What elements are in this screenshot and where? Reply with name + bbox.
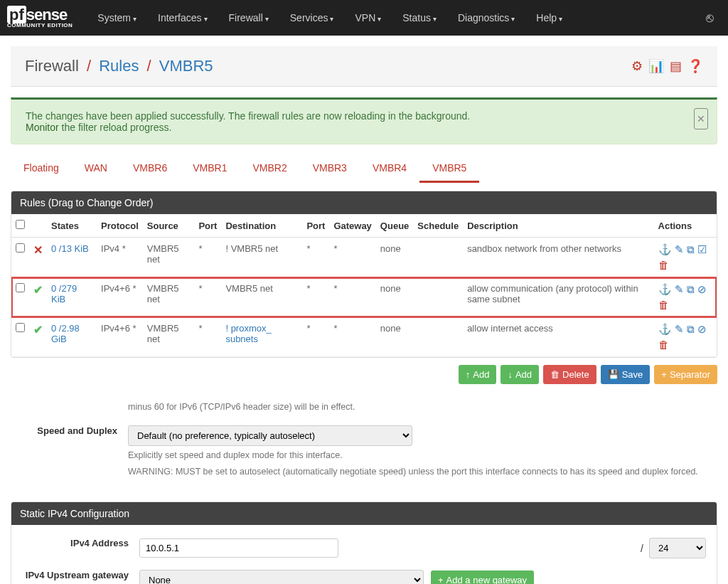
states-link[interactable]: 0 /13 KiB xyxy=(51,243,89,254)
enable-icon[interactable]: ☑ xyxy=(697,243,707,256)
trash-icon[interactable]: 🗑 xyxy=(658,339,669,351)
ipv4-address-input[interactable] xyxy=(139,538,338,558)
tab-vmbr4[interactable]: VMBR4 xyxy=(360,155,419,183)
anchor-icon[interactable]: ⚓ xyxy=(658,323,672,336)
row-checkbox[interactable] xyxy=(16,283,25,292)
tab-vmbr2[interactable]: VMBR2 xyxy=(240,155,299,183)
cell-source: VMBR5 net xyxy=(143,238,195,277)
block-icon: ✕ xyxy=(33,244,43,256)
select-all-checkbox[interactable] xyxy=(16,220,25,229)
nav-interfaces[interactable]: Interfaces▾ xyxy=(147,12,218,23)
breadcrumb-bar: Firewall / Rules / VMBR5 ⚙ 📊 ▤ ❓ xyxy=(11,46,717,87)
cell-queue: none xyxy=(376,238,413,277)
speed-help1: Explicitly set speed and duplex mode for… xyxy=(128,449,717,462)
tab-floating[interactable]: Floating xyxy=(11,155,72,183)
trash-icon[interactable]: 🗑 xyxy=(658,259,669,271)
nav-diagnostics[interactable]: Diagnostics▾ xyxy=(447,12,525,23)
nav-vpn[interactable]: VPN▾ xyxy=(344,12,392,23)
cell-queue: none xyxy=(376,317,413,357)
cell-dest: ! proxmox_ subnets xyxy=(221,317,302,357)
copy-icon[interactable]: ⧉ xyxy=(687,243,695,256)
cell-port2: * xyxy=(302,277,329,317)
rules-table: States Protocol Source Port Destination … xyxy=(11,214,717,357)
rule-action-buttons: ↑ Add ↓ Add 🗑 Delete 💾 Save + Separator xyxy=(11,365,717,384)
states-link[interactable]: 0 /2.98 GiB xyxy=(51,323,80,344)
breadcrumb: Firewall / Rules / VMBR5 xyxy=(25,57,213,75)
add-top-button[interactable]: ↑ Add xyxy=(459,365,497,384)
success-alert: The changes have been applied successful… xyxy=(11,97,717,144)
disable-icon[interactable]: ⊘ xyxy=(697,323,707,336)
cell-desc: allow internet access xyxy=(463,317,653,357)
tab-vmbr1[interactable]: VMBR1 xyxy=(180,155,240,183)
edit-icon[interactable]: ✎ xyxy=(675,283,684,296)
cell-gw: * xyxy=(329,317,375,357)
col-gateway: Gateway xyxy=(329,214,375,238)
tab-vmbr6[interactable]: VMBR6 xyxy=(120,155,180,183)
col-states: States xyxy=(47,214,97,238)
logout-icon[interactable]: ⎋ xyxy=(706,11,714,26)
static-ipv4-panel: Static IPv4 Configuration IPv4 Address /… xyxy=(11,501,717,584)
row-checkbox[interactable] xyxy=(16,323,25,332)
edit-icon[interactable]: ✎ xyxy=(675,243,684,256)
nav-help[interactable]: Help▾ xyxy=(525,12,573,23)
nav-items: System▾ Interfaces▾ Firewall▾ Services▾ … xyxy=(87,12,706,23)
tab-vmbr5[interactable]: VMBR5 xyxy=(419,155,479,183)
delete-button[interactable]: 🗑 Delete xyxy=(543,365,596,384)
static-ipv4-header: Static IPv4 Configuration xyxy=(11,502,717,525)
col-desc: Description xyxy=(463,214,653,238)
bc-vmbr5[interactable]: VMBR5 xyxy=(159,57,213,75)
dest-alias-link[interactable]: ! proxmox_ subnets xyxy=(225,323,271,344)
copy-icon[interactable]: ⧉ xyxy=(687,323,695,336)
speed-label: Speed and Duplex xyxy=(11,425,128,436)
cell-sched xyxy=(413,317,463,357)
cell-sched xyxy=(413,238,463,277)
tab-wan[interactable]: WAN xyxy=(72,155,120,183)
log-icon[interactable]: ▤ xyxy=(670,58,682,74)
trash-icon[interactable]: 🗑 xyxy=(658,299,669,311)
chart-icon[interactable]: 📊 xyxy=(648,58,664,74)
cell-proto: IPv4 * xyxy=(97,238,143,277)
alert-close-button[interactable]: ✕ xyxy=(694,108,708,129)
cell-desc: sandbox network from other networks xyxy=(463,238,653,277)
row-checkbox[interactable] xyxy=(16,243,25,253)
mtu-help-partial: minus 60 for IPv6 (TCP/IPv6 header size)… xyxy=(128,400,717,414)
logo[interactable]: pfsense COMMUNITY EDITION xyxy=(7,7,73,28)
col-queue: Queue xyxy=(376,214,413,238)
row-actions: ⚓✎⧉⊘🗑 xyxy=(658,323,712,351)
gateway-select[interactable]: None xyxy=(139,570,424,584)
help-icon[interactable]: ❓ xyxy=(687,58,703,74)
table-row[interactable]: ✔0 /279 KiBIPv4+6 *VMBR5 net*VMBR5 net**… xyxy=(11,277,717,317)
edit-icon[interactable]: ✎ xyxy=(675,323,684,336)
bc-firewall: Firewall xyxy=(25,57,79,75)
bc-rules[interactable]: Rules xyxy=(99,57,139,75)
cell-source: VMBR5 net xyxy=(143,317,195,357)
gateway-label: IPv4 Upstream gateway xyxy=(22,570,139,580)
table-row[interactable]: ✕0 /13 KiBIPv4 *VMBR5 net*! VMBR5 net**n… xyxy=(11,238,717,277)
table-row[interactable]: ✔0 /2.98 GiBIPv4+6 *VMBR5 net*! proxmox_… xyxy=(11,317,717,357)
add-gateway-button[interactable]: + Add a new gateway xyxy=(431,570,534,584)
nav-firewall[interactable]: Firewall▾ xyxy=(218,12,279,23)
breadcrumb-actions: ⚙ 📊 ▤ ❓ xyxy=(631,58,703,74)
nav-system[interactable]: System▾ xyxy=(87,12,147,23)
cell-queue: none xyxy=(376,277,413,317)
add-bottom-button[interactable]: ↓ Add xyxy=(500,365,539,384)
cell-port: * xyxy=(194,317,221,357)
anchor-icon[interactable]: ⚓ xyxy=(658,283,672,296)
nav-services[interactable]: Services▾ xyxy=(279,12,345,23)
separator-button[interactable]: + Separator xyxy=(654,365,717,384)
interface-tabs: Floating WAN VMBR6 VMBR1 VMBR2 VMBR3 VMB… xyxy=(11,155,717,184)
cell-source: VMBR5 net xyxy=(143,277,195,317)
monitor-link[interactable]: Monitor xyxy=(26,122,59,133)
col-source: Source xyxy=(143,214,195,238)
settings-icon[interactable]: ⚙ xyxy=(631,58,643,74)
anchor-icon[interactable]: ⚓ xyxy=(658,243,672,256)
states-link[interactable]: 0 /279 KiB xyxy=(51,283,77,304)
nav-status[interactable]: Status▾ xyxy=(392,12,447,23)
save-button[interactable]: 💾 Save xyxy=(601,365,651,384)
speed-select[interactable]: Default (no preference, typically autose… xyxy=(128,425,412,446)
ipv4-mask-select[interactable]: 24 xyxy=(649,538,706,558)
tab-vmbr3[interactable]: VMBR3 xyxy=(300,155,360,183)
copy-icon[interactable]: ⧉ xyxy=(687,283,695,296)
disable-icon[interactable]: ⊘ xyxy=(697,283,707,296)
cell-desc: allow communication (any protocol) withi… xyxy=(463,277,653,317)
